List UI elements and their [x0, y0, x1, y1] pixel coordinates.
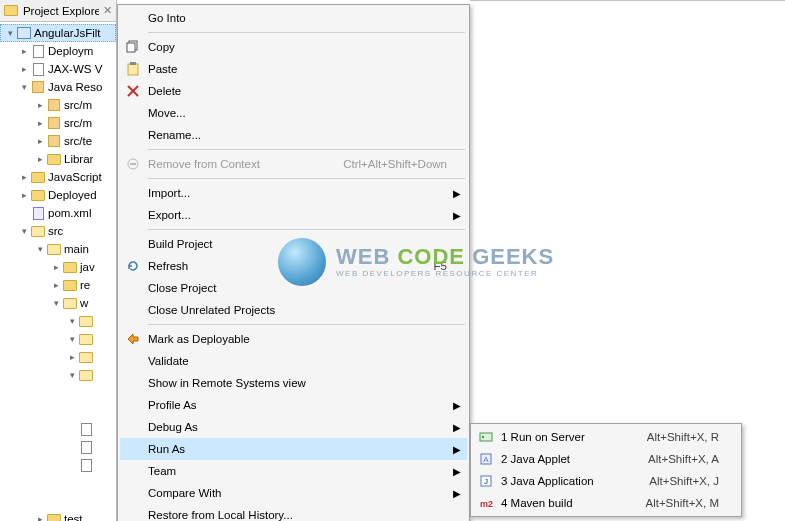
menu-item[interactable]: RefreshF5 [120, 255, 467, 277]
tree-item[interactable] [0, 438, 116, 456]
tree-label: pom.xml [48, 207, 91, 219]
tree-item[interactable] [0, 456, 116, 474]
svg-rect-8 [480, 433, 492, 441]
tree-item[interactable]: ▾src [0, 222, 116, 240]
menu-item[interactable]: Import...▶ [120, 182, 467, 204]
menu-item[interactable]: Team▶ [120, 460, 467, 482]
tree-item[interactable]: ▸Deploym [0, 42, 116, 60]
expand-icon[interactable]: ▾ [38, 245, 43, 254]
expand-icon[interactable]: ▾ [22, 227, 27, 236]
menu-item[interactable]: Build Project [120, 233, 467, 255]
tree-item[interactable]: ▸re [0, 276, 116, 294]
editor-area [470, 0, 785, 420]
menu-item[interactable]: Validate [120, 350, 467, 372]
tree-item[interactable]: ▾main [0, 240, 116, 258]
submenu-label: 3 Java Application [499, 475, 649, 487]
menu-item[interactable]: Show in Remote Systems view [120, 372, 467, 394]
expand-icon[interactable]: ▸ [38, 101, 43, 110]
expand-icon[interactable]: ▸ [38, 119, 43, 128]
expand-icon[interactable]: ▾ [70, 317, 75, 326]
expand-icon[interactable]: ▾ [54, 299, 59, 308]
menu-label: Import... [146, 187, 467, 199]
menu-item[interactable]: Move... [120, 102, 467, 124]
expand-icon[interactable]: ▸ [22, 47, 27, 56]
tree-item[interactable]: ▾ [0, 330, 116, 348]
tree-item[interactable]: ▸JavaScript [0, 168, 116, 186]
menu-item[interactable]: Copy [120, 36, 467, 58]
expand-icon[interactable]: ▸ [38, 137, 43, 146]
tree-item[interactable]: ▸src/m [0, 96, 116, 114]
project-explorer-tab[interactable]: Project Explorer ✕ [0, 0, 116, 22]
menu-label: Move... [146, 107, 467, 119]
submenu-item[interactable]: J3 Java ApplicationAlt+Shift+X, J [473, 470, 739, 492]
menu-item[interactable]: Delete [120, 80, 467, 102]
expand-icon[interactable]: ▾ [70, 371, 75, 380]
svg-rect-1 [127, 43, 135, 52]
menu-item[interactable]: Run As▶ [120, 438, 467, 460]
svg-rect-3 [130, 62, 136, 65]
tree-item[interactable] [0, 384, 116, 402]
tree-project-root[interactable]: ▾ AngularJsFilt [0, 24, 116, 42]
expand-icon[interactable]: ▾ [70, 335, 75, 344]
chevron-down-icon[interactable]: ▾ [8, 29, 13, 38]
tree-label: Librar [64, 153, 93, 165]
expand-icon[interactable]: ▸ [22, 65, 27, 74]
chevron-right-icon: ▶ [453, 422, 461, 433]
expand-icon[interactable]: ▾ [22, 83, 27, 92]
expand-icon[interactable]: ▸ [54, 263, 59, 272]
tree-item[interactable]: ▸JAX-WS V [0, 60, 116, 78]
menu-label: Go Into [146, 12, 467, 24]
menu-item[interactable]: Go Into [120, 7, 467, 29]
submenu-item[interactable]: 1 Run on ServerAlt+Shift+X, R [473, 426, 739, 448]
tree-node-icon [46, 241, 62, 257]
tree-node-icon [78, 457, 94, 473]
tree-item[interactable]: ▸Librar [0, 150, 116, 168]
menu-item[interactable]: Close Unrelated Projects [120, 299, 467, 321]
server-icon [473, 426, 499, 448]
tree-item[interactable] [0, 420, 116, 438]
menu-item[interactable]: Mark as Deployable [120, 328, 467, 350]
expand-icon[interactable]: ▸ [38, 515, 43, 522]
menu-item[interactable]: Debug As▶ [120, 416, 467, 438]
tree-node-icon [78, 439, 94, 455]
tree-node-icon [78, 385, 94, 401]
close-icon[interactable]: ✕ [103, 4, 112, 17]
tree-item[interactable]: pom.xml [0, 204, 116, 222]
submenu-accelerator: Alt+Shift+X, A [648, 453, 739, 465]
menu-item[interactable]: Profile As▶ [120, 394, 467, 416]
tree-item[interactable] [0, 474, 116, 492]
menu-item[interactable]: Export...▶ [120, 204, 467, 226]
menu-label: Mark as Deployable [146, 333, 467, 345]
submenu-item[interactable]: A2 Java AppletAlt+Shift+X, A [473, 448, 739, 470]
menu-accelerator: F5 [434, 260, 467, 272]
svg-rect-2 [128, 64, 138, 75]
expand-icon[interactable]: ▸ [70, 353, 75, 362]
menu-item[interactable]: Rename... [120, 124, 467, 146]
expand-icon[interactable]: ▸ [22, 191, 27, 200]
chevron-right-icon: ▶ [453, 400, 461, 411]
tree-item[interactable]: ▸Deployed [0, 186, 116, 204]
tree-label: Java Reso [48, 81, 102, 93]
tree-item[interactable]: ▾Java Reso [0, 78, 116, 96]
expand-icon[interactable]: ▸ [22, 173, 27, 182]
tree-item[interactable]: ▸test [0, 510, 116, 521]
chevron-right-icon: ▶ [453, 210, 461, 221]
menu-item[interactable]: Compare With▶ [120, 482, 467, 504]
tree-item[interactable]: ▾ [0, 366, 116, 384]
menu-icon [120, 204, 146, 226]
expand-icon[interactable]: ▸ [38, 155, 43, 164]
menu-item[interactable]: Restore from Local History... [120, 504, 467, 521]
menu-item[interactable]: Paste [120, 58, 467, 80]
tree-item[interactable] [0, 402, 116, 420]
tree-item[interactable]: ▸src/te [0, 132, 116, 150]
submenu-item[interactable]: m24 Maven buildAlt+Shift+X, M [473, 492, 739, 514]
menu-item[interactable]: Close Project [120, 277, 467, 299]
tree-item[interactable]: ▸src/m [0, 114, 116, 132]
tree-item[interactable]: ▾ [0, 312, 116, 330]
tree-item[interactable] [0, 492, 116, 510]
tree-item[interactable]: ▸jav [0, 258, 116, 276]
menu-icon [120, 460, 146, 482]
tree-item[interactable]: ▸ [0, 348, 116, 366]
expand-icon[interactable]: ▸ [54, 281, 59, 290]
tree-item[interactable]: ▾w [0, 294, 116, 312]
